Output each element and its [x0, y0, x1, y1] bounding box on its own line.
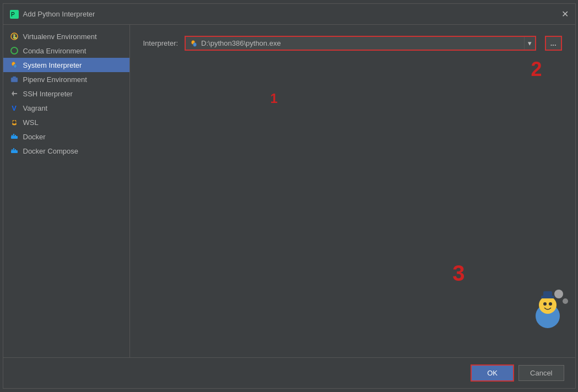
- docker-icon: [10, 132, 19, 141]
- sidebar: 🐍 Virtualenv Environment Conda Environme…: [3, 25, 130, 357]
- svg-point-6: [13, 64, 17, 68]
- sidebar-item-docker-compose-label: Docker Compose: [23, 147, 78, 155]
- ssh-icon: [10, 89, 19, 98]
- sidebar-item-docker-label: Docker: [23, 133, 46, 141]
- vagrant-icon: V: [10, 104, 19, 112]
- sidebar-item-system-label: System Interpreter: [23, 61, 82, 69]
- svg-marker-9: [12, 91, 14, 96]
- sidebar-item-virtualenv-label: Virtualenv Environment: [23, 32, 97, 41]
- conda-icon: [10, 46, 19, 55]
- sidebar-item-wsl[interactable]: WSL: [3, 115, 129, 129]
- svg-rect-18: [15, 135, 16, 136]
- docker-compose-icon: [10, 146, 19, 155]
- sidebar-item-conda-label: Conda Environment: [23, 47, 87, 55]
- interpreter-field-wrapper: D:\python386\python.exe ▾: [185, 36, 536, 51]
- svg-rect-21: [12, 149, 13, 150]
- svg-point-14: [13, 121, 16, 124]
- svg-point-28: [563, 298, 568, 304]
- annotation-1: 1: [271, 91, 278, 106]
- sidebar-item-vagrant-label: Vagrant: [23, 104, 48, 112]
- cancel-button[interactable]: Cancel: [518, 365, 564, 381]
- sidebar-item-pipenv[interactable]: Pipenv Environment: [3, 72, 129, 86]
- title-bar: P Add Python Interpreter ✕: [3, 4, 575, 25]
- svg-rect-23: [15, 149, 16, 150]
- mascot-icon: [526, 286, 570, 330]
- svg-point-4: [11, 47, 18, 54]
- svg-rect-22: [13, 149, 14, 150]
- interpreter-label: Interpreter:: [143, 39, 179, 47]
- sidebar-item-docker-compose[interactable]: Docker Compose: [3, 144, 129, 158]
- interpreter-field-inner: D:\python386\python.exe: [186, 37, 524, 50]
- svg-point-32: [549, 302, 552, 306]
- svg-rect-17: [13, 135, 14, 136]
- dialog-content: 🐍 Virtualenv Environment Conda Environme…: [3, 25, 575, 357]
- virtualenv-icon: 🐍: [10, 32, 19, 41]
- interpreter-path: D:\python386\python.exe: [201, 39, 520, 47]
- svg-point-27: [554, 290, 563, 298]
- ok-button[interactable]: OK: [471, 364, 514, 382]
- sidebar-item-conda[interactable]: Conda Environment: [3, 43, 129, 58]
- close-button[interactable]: ✕: [561, 10, 569, 19]
- app-icon: P: [10, 10, 19, 19]
- interpreter-python-icon: [190, 40, 198, 47]
- sidebar-item-docker[interactable]: Docker: [3, 129, 129, 144]
- pipenv-icon: [10, 75, 19, 84]
- system-icon: [10, 61, 19, 69]
- svg-rect-15: [11, 136, 18, 139]
- interpreter-browse-button[interactable]: ...: [545, 36, 562, 51]
- annotation-3: 3: [452, 261, 464, 286]
- wsl-icon: [10, 118, 19, 127]
- svg-point-26: [193, 42, 197, 46]
- sidebar-item-ssh-label: SSH Interpreter: [23, 90, 73, 98]
- svg-rect-10: [14, 93, 17, 94]
- svg-rect-19: [13, 134, 14, 135]
- svg-rect-8: [13, 77, 16, 78]
- svg-text:🐍: 🐍: [12, 34, 18, 39]
- interpreter-row: Interpreter: D:\python386\python.exe ▾ .…: [143, 36, 562, 51]
- svg-point-30: [539, 296, 557, 314]
- annotation-2: 2: [531, 58, 542, 81]
- svg-rect-24: [13, 148, 14, 149]
- svg-rect-34: [543, 291, 552, 297]
- svg-rect-16: [12, 135, 13, 136]
- dialog-title: Add Python Interpreter: [23, 10, 95, 18]
- sidebar-item-ssh[interactable]: SSH Interpreter: [3, 86, 129, 101]
- sidebar-item-system[interactable]: System Interpreter: [3, 58, 129, 72]
- main-panel: Interpreter: D:\python386\python.exe ▾ .…: [130, 25, 575, 357]
- sidebar-item-vagrant[interactable]: V Vagrant: [3, 101, 129, 115]
- sidebar-item-pipenv-label: Pipenv Environment: [23, 75, 87, 84]
- interpreter-dropdown-button[interactable]: ▾: [524, 37, 535, 50]
- mascot-area: [526, 286, 570, 330]
- title-bar-left: P Add Python Interpreter: [10, 10, 95, 19]
- sidebar-item-virtualenv[interactable]: 🐍 Virtualenv Environment: [3, 29, 129, 43]
- add-python-interpreter-dialog: P Add Python Interpreter ✕ 🐍 Virtualenv …: [3, 3, 576, 389]
- svg-text:P: P: [11, 12, 15, 18]
- bottom-bar: OK Cancel: [3, 357, 575, 388]
- sidebar-item-wsl-label: WSL: [23, 118, 39, 127]
- svg-rect-20: [11, 150, 18, 153]
- svg-point-31: [543, 302, 547, 306]
